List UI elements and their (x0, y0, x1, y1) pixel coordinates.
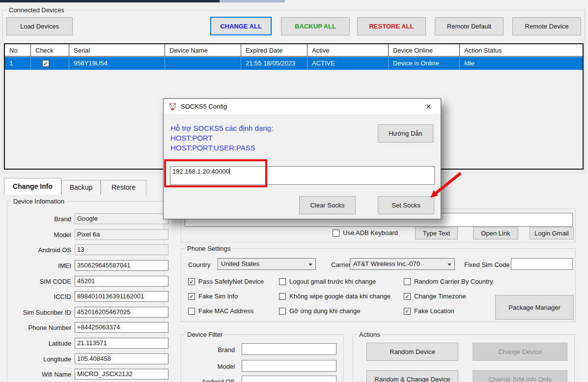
brand-field: Google (75, 213, 168, 224)
wifi-name-field[interactable]: MICRO_JSCX2132 (75, 369, 168, 380)
filter-model-label: Model (191, 363, 235, 370)
tab-change-info[interactable]: Change Info (4, 178, 61, 195)
change-all-button[interactable]: CHANGE ALL (210, 17, 272, 35)
cell-device-online: Device is Online (388, 57, 459, 70)
checkbox-box (279, 293, 286, 300)
sim-code-field[interactable]: 45201 (75, 276, 168, 287)
longitude-field[interactable]: 105.408458 (75, 353, 168, 364)
cell-expired-date: 21:55 18/05/2023 (241, 57, 307, 70)
checkbox-box (188, 308, 195, 315)
dialog-info-text: Hỗ trợ SOCKS5 các định dạng: HOST:PORT H… (170, 123, 273, 153)
checkbox-check-icon: ✓ (404, 308, 411, 315)
type-text-button[interactable]: Type Text (415, 227, 458, 239)
checkbox-label: Không wipe google data khi change (289, 293, 391, 300)
tab-backup[interactable]: Backup (61, 180, 101, 195)
checkbox-label: Random Carrier By Country (414, 278, 493, 285)
row-checkbox[interactable]: ✓ (42, 60, 49, 67)
col-header-device-online[interactable]: Device Online (388, 44, 459, 57)
package-manager-button[interactable]: Package Manager (495, 295, 574, 320)
restore-all-button[interactable]: RESTORE ALL (357, 17, 426, 35)
checkbox-check-icon: ✓ (404, 293, 411, 300)
checkbox-box (404, 278, 411, 285)
cell-device-name (165, 57, 241, 70)
close-icon[interactable]: ✕ (421, 103, 436, 111)
use-adb-keyboard-label: Use ADB Keyboard (343, 229, 398, 236)
login-gmail-button[interactable]: Login Gmail (530, 227, 574, 239)
annotation-red-rectangle (164, 159, 267, 187)
lucky-cat-icon (168, 102, 177, 111)
col-header-expired-date[interactable]: Expired Date (241, 44, 307, 57)
checkbox-label: Change Timezone (414, 293, 466, 300)
top-window-strip-light (220, 0, 285, 2)
cell-no: 1 (5, 57, 30, 70)
tab-restore[interactable]: Restore (101, 180, 146, 195)
device-information-group: Device Infomation Brand Google Model Pix… (7, 201, 165, 382)
app-window: Connected Devices Load Devices CHANGE AL… (0, 0, 588, 382)
use-adb-keyboard-box (333, 230, 339, 236)
remote-default-button[interactable]: Remote Default (435, 17, 504, 35)
remote-device-button[interactable]: Remote Device (512, 17, 581, 35)
col-header-action-status[interactable]: Action Status (459, 44, 583, 57)
country-select[interactable]: United States (218, 258, 316, 270)
checkbox-fake-mac-address[interactable]: Fake MAC Address (188, 307, 253, 315)
clear-socks-button[interactable]: Clear Socks (299, 196, 356, 214)
latitude-field[interactable]: 21.113571 (75, 338, 168, 349)
change-sim-info-only-button: Change SIM Info Only (473, 370, 567, 382)
checkbox-label: Fake Sim Info (198, 293, 238, 300)
checkbox-label: Pass SafetyNet Device (198, 278, 264, 285)
phone-number-field[interactable]: +84425063374 (75, 322, 168, 333)
fixed-sim-code-input[interactable] (511, 258, 573, 270)
col-header-check[interactable]: Check (30, 44, 69, 57)
carrier-select[interactable]: AT&T Wireless Inc.-070 (350, 258, 455, 270)
actions-label: Actions (357, 331, 382, 338)
cell-serial: 956Y19U54 (69, 57, 165, 70)
socks5-config-dialog: SOCKS5 Config ✕ Hỗ trợ SOCKS5 các định d… (163, 98, 441, 219)
checkbox-khong-wipe-google-data[interactable]: Không wipe google data khi change (279, 293, 391, 300)
chevron-down-icon (308, 264, 312, 266)
iccid-label: ICCID (13, 293, 71, 300)
checkbox-fake-location[interactable]: ✓ Fake Location (404, 307, 454, 315)
device-information-label: Device Infomation (11, 198, 66, 205)
backup-all-button[interactable]: BACKUP ALL (281, 17, 350, 35)
table-row[interactable]: 1 ✓ 956Y19U54 21:55 18/05/2023 ACTIVE De… (5, 57, 583, 70)
phone-settings-label: Phone Settings (185, 245, 232, 252)
col-header-active[interactable]: Active (307, 44, 388, 57)
filter-brand-input[interactable] (242, 343, 336, 355)
checkbox-pass-safetynet[interactable]: ✓ Pass SafetyNet Device (188, 278, 264, 285)
carrier-label: Carrier (331, 261, 351, 268)
open-link-button[interactable]: Open Link (473, 227, 518, 239)
wifi-name-label: Wifi Name (13, 371, 71, 378)
iccid-field[interactable]: 8984010136391162001 (75, 291, 168, 302)
checkbox-logout-gmail[interactable]: Logout gmail trước khi change (279, 278, 376, 285)
use-adb-keyboard-checkbox[interactable]: Use ADB Keyboard (333, 229, 398, 236)
fixed-sim-code-label: Fixed Sim Code (464, 261, 509, 268)
col-header-no[interactable]: No (5, 44, 30, 57)
guide-button[interactable]: Hướng Dẫn (378, 124, 433, 143)
top-window-strip-dark (0, 0, 220, 2)
checkbox-go-ung-dung[interactable]: Gỡ ứng dụng khi change (279, 307, 360, 315)
checkbox-check-icon: ✓ (42, 60, 49, 67)
col-header-serial[interactable]: Serial (69, 44, 165, 57)
checkbox-label: Gỡ ứng dụng khi change (289, 307, 360, 315)
load-devices-button[interactable]: Load Devices (6, 17, 73, 35)
filter-brand-label: Brand (191, 346, 235, 353)
random-and-change-device-button[interactable]: Random & Change Device (366, 370, 458, 382)
dialog-titlebar[interactable]: SOCKS5 Config ✕ (164, 99, 441, 114)
random-device-button[interactable]: Random Device (366, 343, 458, 361)
imei-field[interactable]: 350629645587041 (75, 260, 168, 271)
cell-check: ✓ (30, 57, 69, 70)
country-value: United States (221, 260, 259, 267)
checkbox-fake-sim-info[interactable]: ✓ Fake Sim Info (188, 293, 238, 300)
annotation-red-arrow-icon (420, 166, 467, 203)
sim-subscriber-id-field[interactable]: 452016205467025 (75, 307, 168, 318)
sim-subscriber-id-label: Sim Subcriber ID (13, 309, 71, 316)
col-header-device-name[interactable]: Device Name (165, 44, 241, 57)
checkbox-random-carrier[interactable]: Random Carrier By Country (404, 278, 493, 285)
filter-android-os-input[interactable] (242, 376, 336, 382)
checkbox-check-icon: ✓ (188, 278, 195, 285)
latitude-label: Latitude (13, 340, 71, 347)
change-device-button: Change Device (473, 343, 567, 361)
filter-model-input[interactable] (242, 360, 336, 372)
longitude-label: Longitude (13, 355, 71, 363)
checkbox-change-timezone[interactable]: ✓ Change Timezone (404, 293, 466, 300)
